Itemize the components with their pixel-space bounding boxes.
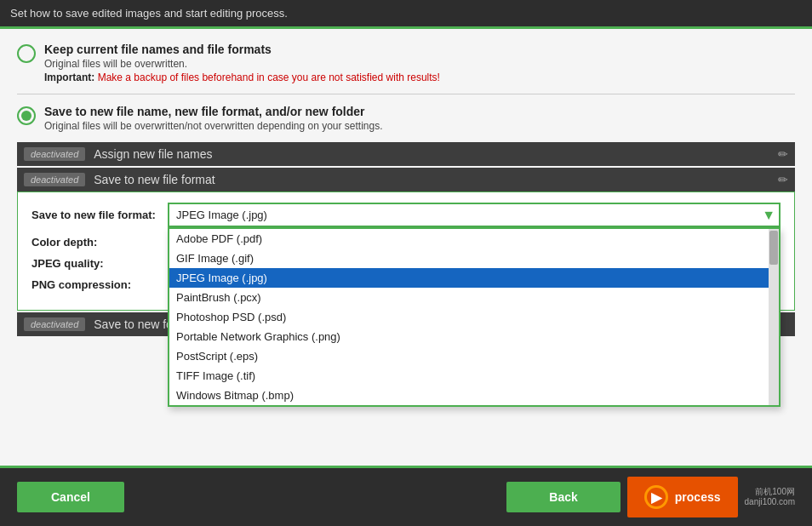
- divider: [17, 94, 795, 94]
- section-file-format-badge: deactivated: [24, 173, 85, 186]
- dropdown-item-psd[interactable]: Photoshop PSD (.psd): [169, 307, 779, 327]
- section-file-names-edit-icon[interactable]: ✏: [778, 147, 788, 161]
- dropdown-item-pcx[interactable]: PaintBrush (.pcx): [169, 288, 779, 307]
- option-save-new-desc1: Original files will be overwritten/not o…: [44, 120, 795, 132]
- option-keep-title: Keep current file names and file formats: [44, 43, 795, 56]
- watermark: 前机100网 danji100.com: [745, 487, 795, 507]
- section-file-format-body: Save to new file format: JPEG Image (.jp…: [17, 192, 795, 311]
- start-button[interactable]: ▶ process: [627, 477, 738, 517]
- important-text: Make a backup of files beforehand in cas…: [98, 71, 440, 83]
- form-control-format: JPEG Image (.jpg) ▼ Adobe PDF (.pdf) GIF…: [168, 203, 781, 227]
- section-file-names-header: deactivated Assign new file names ✏: [17, 142, 795, 166]
- radio-keep[interactable]: [17, 44, 36, 63]
- option-keep-important: Important: Make a backup of files before…: [44, 71, 795, 83]
- format-dropdown[interactable]: Adobe PDF (.pdf) GIF Image (.gif) JPEG I…: [168, 227, 781, 407]
- back-button[interactable]: Back: [506, 482, 620, 512]
- option-save-new-row: Save to new file name, new file format, …: [17, 105, 795, 132]
- section-folder-badge: deactivated: [24, 317, 85, 331]
- main-content: Keep current file names and file formats…: [0, 29, 812, 466]
- option-keep-desc1: Original files will be overwritten.: [44, 58, 795, 70]
- option-save-new-title: Save to new file name, new file format, …: [44, 105, 795, 118]
- form-row-format: Save to new file format: JPEG Image (.jp…: [31, 203, 781, 227]
- start-icon: ▶: [644, 485, 668, 509]
- important-label: Important:: [44, 71, 94, 83]
- section-file-format-panel: deactivated Save to new file format ✏ Sa…: [17, 168, 795, 311]
- section-file-names-title: Assign new file names: [94, 147, 778, 161]
- form-label-format: Save to new file format:: [31, 209, 168, 221]
- cancel-button[interactable]: Cancel: [17, 482, 124, 512]
- right-buttons: Back ▶ process 前机100网 danji100.com: [506, 477, 795, 517]
- start-label: process: [675, 490, 721, 504]
- dropdown-item-gif[interactable]: GIF Image (.gif): [169, 249, 779, 268]
- section-file-names-panel: deactivated Assign new file names ✏: [17, 142, 795, 166]
- dropdown-scrollbar-track: [769, 229, 779, 405]
- form-label-png: PNG compression:: [31, 278, 168, 291]
- section-file-format-title: Save to new file format: [94, 173, 778, 186]
- form-label-jpeg: JPEG quality:: [31, 257, 168, 270]
- dropdown-item-png[interactable]: Portable Network Graphics (.png): [169, 327, 779, 346]
- form-label-color: Color depth:: [31, 236, 168, 249]
- dropdown-item-pdf[interactable]: Adobe PDF (.pdf): [169, 229, 779, 249]
- section-file-names-badge: deactivated: [24, 147, 85, 161]
- start-icon-symbol: ▶: [651, 489, 661, 506]
- dropdown-scrollbar-thumb[interactable]: [769, 231, 778, 265]
- dropdown-item-tif[interactable]: TIFF Image (.tif): [169, 366, 779, 386]
- top-bar: Set how to save edited images and start …: [0, 0, 812, 29]
- dropdown-item-eps[interactable]: PostScript (.eps): [169, 346, 779, 366]
- section-file-format-header: deactivated Save to new file format ✏: [17, 168, 795, 192]
- watermark-line2: danji100.com: [745, 497, 795, 507]
- bottom-bar: Cancel Back ▶ process 前机100网 danji100.co…: [0, 466, 812, 526]
- option-save-new-text: Save to new file name, new file format, …: [44, 105, 795, 132]
- watermark-line1: 前机100网: [745, 487, 795, 497]
- option-keep-text: Keep current file names and file formats…: [44, 43, 795, 83]
- top-bar-label: Set how to save edited images and start …: [10, 7, 288, 20]
- section-file-format-edit-icon[interactable]: ✏: [778, 173, 788, 186]
- radio-save-new[interactable]: [17, 106, 36, 125]
- option-keep-row: Keep current file names and file formats…: [17, 43, 795, 83]
- format-select-display[interactable]: JPEG Image (.jpg): [168, 203, 781, 227]
- dropdown-item-bmp[interactable]: Windows Bitmap (.bmp): [169, 386, 779, 405]
- dropdown-item-jpg[interactable]: JPEG Image (.jpg): [169, 268, 779, 288]
